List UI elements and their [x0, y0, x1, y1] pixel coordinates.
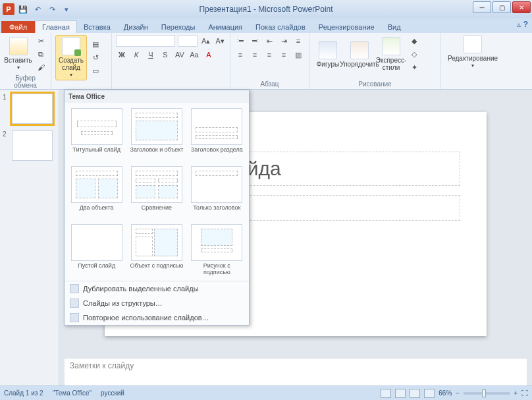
- find-icon: [464, 35, 482, 53]
- justify-icon[interactable]: ≡: [278, 49, 290, 61]
- italic-button[interactable]: К: [130, 49, 142, 61]
- layout-blank[interactable]: Пустой слайд: [68, 223, 124, 277]
- tab-design[interactable]: Дизайн: [117, 21, 155, 33]
- tab-slideshow[interactable]: Показ слайдов: [249, 21, 312, 33]
- shape-effects-icon[interactable]: ✦: [408, 61, 420, 73]
- reuse-slides-item[interactable]: Повторное использование слайдов…: [65, 310, 249, 325]
- layout-title-only[interactable]: Только заголовок: [189, 165, 245, 219]
- shadow-button[interactable]: AV: [174, 49, 186, 61]
- group-paragraph: ≔ ≕ ⇤ ⇥ ≡ ≡ ≡ ≡ ≡ ▥ Абзац: [230, 33, 309, 89]
- char-spacing-icon[interactable]: Aa: [188, 49, 200, 61]
- ribbon-minimize-icon[interactable]: ▵: [517, 20, 521, 29]
- shapes-button[interactable]: Фигуры: [313, 41, 342, 68]
- workspace: 1 2 головок слайда дзаголовок слайда Зам…: [0, 90, 532, 386]
- underline-button[interactable]: Ч: [145, 49, 157, 61]
- layout-title-slide[interactable]: Титульный слайд: [68, 107, 124, 161]
- undo-icon[interactable]: ↶: [32, 3, 43, 15]
- font-color-icon[interactable]: A: [203, 49, 215, 61]
- new-slide-icon: [62, 37, 80, 55]
- paste-icon: [9, 37, 28, 55]
- title-bar: P 💾 ↶ ↷ ▾ Презентация1 - Microsoft Power…: [0, 0, 532, 18]
- layout-content-caption[interactable]: Объект с подписью: [128, 223, 184, 277]
- tab-transitions[interactable]: Переходы: [155, 21, 202, 33]
- new-slide-button[interactable]: Создать слайд ▾: [55, 35, 87, 80]
- format-painter-icon[interactable]: 🖌: [35, 61, 47, 73]
- group-clipboard: Вставить ▾ ✂ ⧉ 🖌 Буфер обмена: [0, 33, 51, 89]
- copy-icon[interactable]: ⧉: [35, 48, 47, 60]
- window-title: Презентация1 - Microsoft PowerPoint: [199, 5, 332, 14]
- duplicate-slides-item[interactable]: Дублировать выделенные слайды: [65, 281, 249, 296]
- shape-outline-icon[interactable]: ◇: [408, 48, 420, 60]
- close-button[interactable]: ✕: [512, 1, 531, 13]
- font-family-input[interactable]: [116, 35, 175, 47]
- minimize-button[interactable]: ─: [473, 1, 491, 13]
- align-left-icon[interactable]: ≡: [234, 49, 246, 61]
- align-right-icon[interactable]: ≡: [263, 49, 275, 61]
- strike-button[interactable]: S: [159, 49, 171, 61]
- slide-thumb-1[interactable]: 1: [3, 94, 56, 124]
- file-tab[interactable]: Файл: [1, 21, 35, 33]
- zoom-in-icon[interactable]: +: [514, 389, 518, 397]
- status-language[interactable]: русский: [101, 389, 124, 397]
- slide-thumbnails-panel: 1 2: [0, 90, 59, 386]
- zoom-thumb[interactable]: [482, 389, 486, 397]
- layout-title-content[interactable]: Заголовок и объект: [128, 107, 184, 161]
- indent-inc-icon[interactable]: ⇥: [278, 35, 290, 47]
- group-clipboard-label: Буфер обмена: [4, 74, 47, 89]
- reuse-icon: [70, 313, 79, 322]
- fit-window-icon[interactable]: ⛶: [521, 389, 528, 397]
- ribbon: Вставить ▾ ✂ ⧉ 🖌 Буфер обмена Создать сл…: [0, 33, 532, 90]
- zoom-out-icon[interactable]: −: [456, 389, 460, 397]
- numbering-icon[interactable]: ≕: [249, 35, 261, 47]
- tab-animation[interactable]: Анимация: [201, 21, 249, 33]
- normal-view-icon[interactable]: [381, 389, 391, 398]
- slide-section-icon[interactable]: ▭: [90, 65, 101, 77]
- font-size-input[interactable]: [178, 35, 198, 47]
- line-spacing-icon[interactable]: ≡: [292, 35, 304, 47]
- bullets-icon[interactable]: ≔: [234, 35, 246, 47]
- tab-home[interactable]: Главная: [35, 20, 77, 33]
- app-icon: P: [3, 3, 14, 15]
- reading-view-icon[interactable]: [410, 389, 420, 398]
- save-icon[interactable]: 💾: [17, 3, 29, 15]
- layout-picture-caption[interactable]: Рисунок с подписью: [189, 223, 245, 277]
- status-slide-info: Слайд 1 из 2: [4, 389, 43, 397]
- tab-review[interactable]: Рецензирование: [312, 21, 381, 33]
- align-center-icon[interactable]: ≡: [249, 49, 261, 61]
- grow-font-icon[interactable]: A▴: [200, 35, 212, 47]
- shape-fill-icon[interactable]: ◆: [408, 35, 420, 47]
- slide-layout-icon[interactable]: ▤: [90, 39, 101, 51]
- tab-view[interactable]: Вид: [381, 21, 408, 33]
- tab-insert[interactable]: Вставка: [77, 21, 117, 33]
- notes-pane[interactable]: Заметки к слайду: [65, 358, 527, 386]
- qat-dropdown-icon[interactable]: ▾: [61, 3, 72, 15]
- cut-icon[interactable]: ✂: [35, 35, 47, 47]
- quick-styles-button[interactable]: Экспресс-стили: [377, 37, 406, 71]
- indent-dec-icon[interactable]: ⇤: [263, 35, 275, 47]
- layout-comparison[interactable]: Сравнение: [128, 165, 184, 219]
- slide-number: 2: [3, 130, 9, 161]
- bold-button[interactable]: Ж: [116, 49, 128, 61]
- slide-reset-icon[interactable]: ↺: [90, 52, 101, 64]
- help-icon[interactable]: ?: [523, 20, 528, 29]
- sorter-view-icon[interactable]: [395, 389, 406, 398]
- layout-section-header[interactable]: Заголовок раздела: [189, 107, 245, 161]
- status-theme: "Тема Office": [53, 389, 92, 397]
- slide-thumbnail[interactable]: [12, 130, 53, 161]
- columns-icon[interactable]: ▥: [292, 49, 304, 61]
- layout-two-content[interactable]: Два объекта: [68, 165, 124, 219]
- redo-icon[interactable]: ↷: [46, 3, 58, 15]
- paste-button[interactable]: Вставить ▾: [4, 37, 32, 71]
- maximize-button[interactable]: ▢: [492, 1, 511, 13]
- zoom-slider[interactable]: [464, 392, 510, 395]
- editing-button[interactable]: Редактирование ▾: [446, 35, 499, 69]
- gallery-header: Тема Office: [65, 90, 249, 103]
- slides-from-outline-item[interactable]: Слайды из структуры…: [65, 296, 249, 310]
- group-editing: Редактирование ▾: [441, 33, 504, 89]
- shrink-font-icon[interactable]: A▾: [215, 35, 226, 47]
- slide-layout-gallery: Тема Office Титульный слайд Заголовок и …: [64, 90, 250, 326]
- slide-thumb-2[interactable]: 2: [3, 130, 56, 161]
- arrange-button[interactable]: Упорядочить: [345, 41, 374, 68]
- slide-thumbnail[interactable]: [12, 94, 53, 124]
- slideshow-view-icon[interactable]: [424, 389, 435, 398]
